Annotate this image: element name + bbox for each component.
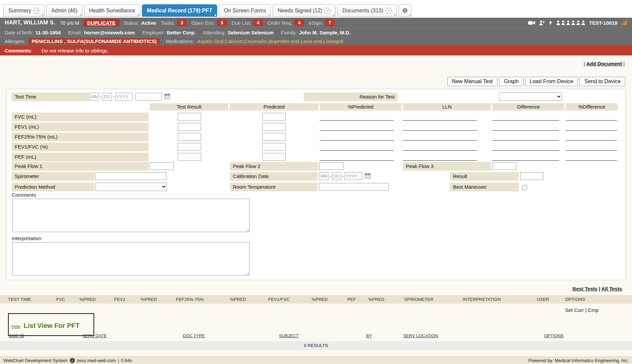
- add-user-icon[interactable]: [539, 20, 545, 25]
- pef-test-result-input[interactable]: [178, 153, 201, 161]
- footer: WebChart Development System zeus.med-web…: [0, 356, 632, 364]
- duplicate-flag[interactable]: DUPLICATE: [84, 19, 119, 26]
- chart-stats-icon[interactable]: [621, 20, 627, 25]
- fev1-predicted-input[interactable]: [262, 123, 286, 131]
- col-pct-difference: %Difference: [566, 103, 618, 111]
- medications-list: Aspirin Oral Calcium Coumadin ibuprofen …: [197, 38, 343, 44]
- test-time-row: Test Time - - Reason for Test: [6, 92, 626, 102]
- doc-col-by[interactable]: BY: [366, 333, 372, 338]
- patient-name: HART, WILLIAM S.: [5, 19, 55, 26]
- tasks-badge[interactable]: 3: [177, 19, 187, 26]
- best-maneuver-checkbox[interactable]: [522, 185, 527, 190]
- send-to-device-button[interactable]: Send to Device: [580, 77, 625, 86]
- room-temperature-label: Room Temperature: [230, 183, 318, 191]
- doc-col-doc-type[interactable]: DOC TYPE: [183, 333, 205, 338]
- results-col-spirometer: SPIROMETER: [404, 297, 434, 302]
- pef-predicted-input[interactable]: [262, 153, 286, 161]
- test-time-time-input[interactable]: [135, 93, 162, 101]
- peak-flow-3-input[interactable]: [492, 162, 516, 170]
- all-tests-link[interactable]: All Tests: [602, 286, 622, 292]
- fvc-predicted-input[interactable]: [262, 113, 286, 121]
- calibration-calendar-button[interactable]: [364, 173, 371, 179]
- tab-on-screen-forms[interactable]: On Screen Forms: [219, 4, 271, 17]
- popout-icon[interactable]: [325, 8, 331, 14]
- fvc-test-result-input[interactable]: [178, 113, 201, 121]
- results-col-user: USER: [537, 297, 549, 302]
- comments-banner-label: Comments:: [5, 48, 32, 53]
- tab-documents[interactable]: Documents (313): [337, 4, 397, 17]
- spirometer-input[interactable]: [96, 172, 166, 180]
- calendar-icon: [364, 173, 371, 179]
- lightning-icon[interactable]: [549, 20, 552, 25]
- hide-list-view-link[interactable]: Hide: [11, 324, 20, 329]
- test-time-mm-input[interactable]: [90, 93, 99, 101]
- info-icon[interactable]: [70, 358, 75, 363]
- fvc-row: FVC (mL): [6, 112, 626, 122]
- calibration-mm-input[interactable]: [319, 172, 328, 180]
- esign-badge[interactable]: 7: [325, 19, 335, 26]
- peak-flow-2-input[interactable]: [319, 162, 343, 170]
- test-time-dd-input[interactable]: [103, 93, 112, 101]
- peak-flow-1-input[interactable]: [150, 162, 174, 170]
- spirometer-label: Spirometer: [12, 172, 95, 181]
- room-temperature-input[interactable]: [319, 183, 388, 191]
- cmp-link[interactable]: Cmp: [588, 307, 599, 313]
- medication-link[interactable]: Calcium: [225, 38, 244, 44]
- fev1-fvc-predicted-input[interactable]: [262, 143, 286, 151]
- test-time-yyyy-input[interactable]: [115, 93, 133, 101]
- prediction-method-select[interactable]: [96, 183, 167, 191]
- interpretation-textarea[interactable]: [12, 242, 250, 276]
- tab-health-surveillance[interactable]: Health Surveillance: [84, 4, 140, 17]
- attending-label: Attending:: [203, 30, 226, 35]
- dob-value: 11-30-1954: [35, 30, 61, 35]
- pipe: |: [584, 61, 585, 66]
- popout-icon[interactable]: [33, 8, 39, 14]
- results-col-fev1: FEV1: [114, 297, 125, 302]
- graph-button[interactable]: Graph: [499, 77, 523, 86]
- user-group-icons[interactable]: [556, 20, 585, 25]
- tab-medical-record[interactable]: Medical Record (179):PFT: [142, 4, 217, 17]
- comments-textarea[interactable]: [12, 199, 250, 232]
- doc-col-options[interactable]: OPTIONS: [544, 333, 564, 338]
- tab-settings[interactable]: [399, 4, 412, 17]
- result-input[interactable]: [520, 172, 543, 180]
- doc-col-subject[interactable]: SUBJECT: [279, 333, 299, 338]
- fev1-fvc-test-result-input[interactable]: [178, 143, 201, 151]
- tab-health-surveillance-label: Health Surveillance: [89, 8, 135, 14]
- doc-col-serv-location[interactable]: SERV LOCATION: [403, 333, 438, 338]
- test-time-calendar-button[interactable]: [164, 93, 170, 100]
- due-list-badge[interactable]: 4: [253, 19, 263, 26]
- load-from-device-button[interactable]: Load From Device: [525, 77, 578, 86]
- fef-row: FEF25%-75% (mL): [6, 132, 626, 142]
- medication-link[interactable]: Aspirin Oral: [197, 38, 225, 44]
- popout-icon[interactable]: [386, 8, 392, 14]
- medication-link[interactable]: ibuprofen oral: [269, 38, 301, 44]
- calibration-yyyy-input[interactable]: [344, 172, 362, 180]
- fev1-label: FEV1 (mL): [12, 123, 149, 131]
- calibration-dd-input[interactable]: [332, 172, 341, 180]
- open-enc-badge[interactable]: 3: [217, 19, 227, 26]
- medications-label: Medications:: [166, 38, 194, 44]
- reason-for-test-select[interactable]: [499, 93, 562, 101]
- prediction-method-label: Prediction Method: [12, 183, 95, 191]
- empty-value-line: [492, 130, 559, 131]
- pipe: |: [118, 358, 119, 363]
- fef-test-result-input[interactable]: [178, 133, 201, 141]
- set-curr-link[interactable]: Set Curr: [565, 307, 584, 313]
- email-value[interactable]: horner@mieweb.com: [84, 30, 135, 35]
- best-tests-link[interactable]: Best Tests: [573, 286, 598, 292]
- fev1-test-result-input[interactable]: [178, 123, 201, 131]
- add-document-link[interactable]: Add Document: [586, 61, 622, 66]
- fef-predicted-input[interactable]: [262, 133, 286, 141]
- video-camera-icon[interactable]: [528, 20, 535, 25]
- tab-needs-signed[interactable]: Needs Signed (12): [273, 4, 335, 17]
- empty-value-line: [320, 120, 394, 121]
- medication-link[interactable]: Coumadin: [244, 38, 269, 44]
- new-manual-test-button[interactable]: New Manual Test: [447, 77, 497, 86]
- medication-link[interactable]: Lasix oral: [301, 38, 323, 44]
- medication-link[interactable]: Lisinopril: [323, 38, 343, 44]
- order-req-badge[interactable]: 4: [294, 19, 304, 26]
- tab-admin[interactable]: Admin (46): [46, 4, 82, 17]
- allergy-value[interactable]: PENICILLINS , SULFA(SULFONAMIDE ANTIBIOT…: [29, 38, 160, 44]
- tab-summary[interactable]: Summary: [3, 4, 44, 17]
